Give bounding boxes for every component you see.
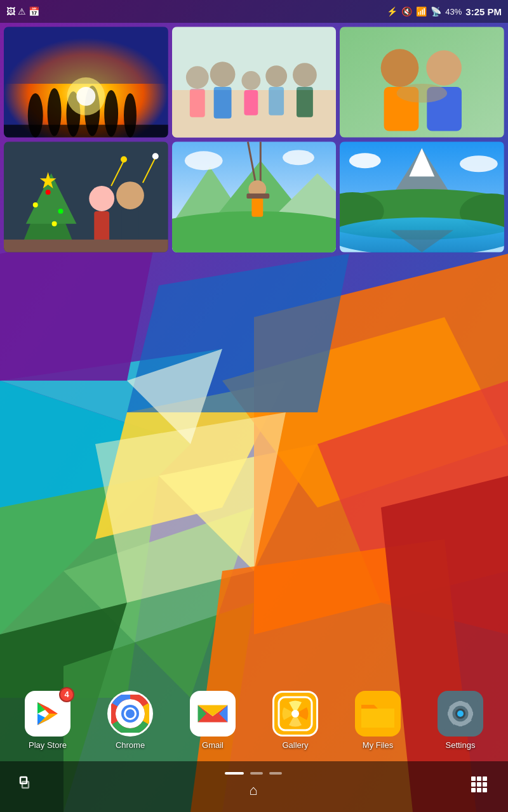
svg-rect-114 <box>483 782 487 787</box>
svg-point-43 <box>381 49 419 87</box>
svg-rect-116 <box>477 788 481 792</box>
gallery-icon <box>272 691 318 737</box>
svg-rect-40 <box>297 87 313 117</box>
dock-item-settings[interactable]: Settings <box>429 691 492 750</box>
calendar-notification-icon: 📅 <box>29 6 39 16</box>
svg-rect-32 <box>190 89 205 117</box>
svg-rect-76 <box>246 193 269 199</box>
svg-point-51 <box>33 202 38 207</box>
battery-level: 43% <box>445 7 462 16</box>
svg-rect-75 <box>251 198 263 217</box>
play-store-label: Play Store <box>29 740 67 750</box>
dock-item-play-store[interactable]: 4 Play Store <box>16 691 79 750</box>
svg-point-71 <box>172 211 337 252</box>
svg-rect-26 <box>4 125 168 138</box>
svg-point-58 <box>116 181 144 209</box>
bluetooth-icon: ⚡ <box>387 6 398 16</box>
app-drawer-button[interactable] <box>464 769 495 805</box>
svg-rect-111 <box>483 776 487 781</box>
svg-point-47 <box>397 84 448 103</box>
svg-rect-112 <box>471 782 476 787</box>
status-left: 🖼 ⚠ 📅 <box>6 6 39 16</box>
dock-item-chrome[interactable]: Chrome <box>98 691 162 750</box>
svg-point-56 <box>89 186 114 211</box>
page-dot-3 <box>269 772 282 775</box>
photo-3[interactable] <box>340 27 504 138</box>
chrome-icon <box>107 691 153 737</box>
photo-1[interactable] <box>4 27 168 138</box>
svg-point-81 <box>460 155 498 172</box>
photo-grid <box>0 23 508 256</box>
svg-rect-109 <box>471 776 476 781</box>
photo-6[interactable] <box>340 141 504 252</box>
home-button[interactable]: ⌂ <box>246 780 260 801</box>
my-files-label: My Files <box>363 740 393 750</box>
svg-point-69 <box>185 151 223 170</box>
gmail-icon <box>190 691 236 737</box>
chrome-label: Chrome <box>116 740 145 750</box>
gmail-icon-wrapper <box>190 691 236 737</box>
photo-2[interactable] <box>172 27 337 138</box>
svg-point-61 <box>121 156 127 162</box>
dock: 4 Play Store <box>0 679 508 761</box>
dock-item-my-files[interactable]: My Files <box>346 691 410 750</box>
play-store-badge: 4 <box>59 687 74 702</box>
image-notification-icon: 🖼 <box>6 6 15 16</box>
settings-icon-wrapper <box>438 691 483 737</box>
center-nav: ⌂ <box>225 772 282 801</box>
wifi-icon: 📶 <box>416 6 427 16</box>
svg-rect-108 <box>22 782 29 788</box>
signal-icon: 📡 <box>431 6 441 16</box>
my-files-icon <box>355 691 401 737</box>
svg-point-70 <box>283 150 314 165</box>
svg-rect-115 <box>471 788 476 792</box>
svg-rect-42 <box>340 27 504 137</box>
svg-rect-110 <box>477 776 481 781</box>
page-dot-1 <box>225 772 244 775</box>
dock-item-gmail[interactable]: Gmail <box>181 691 244 750</box>
mute-icon: 🔇 <box>401 6 412 16</box>
settings-icon <box>438 691 483 737</box>
svg-rect-64 <box>4 240 168 252</box>
svg-point-28 <box>76 87 95 106</box>
dock-item-gallery[interactable]: Gallery <box>264 691 327 750</box>
clock: 3:25 PM <box>465 6 502 17</box>
gallery-icon-wrapper <box>272 691 318 737</box>
photo-5[interactable] <box>172 141 337 252</box>
nav-bar: ⌂ <box>0 761 508 812</box>
page-dot-2 <box>250 772 263 775</box>
svg-rect-41 <box>172 27 337 89</box>
svg-rect-117 <box>483 788 487 792</box>
gallery-label: Gallery <box>282 740 308 750</box>
recent-apps-button[interactable] <box>13 769 43 804</box>
svg-point-101 <box>291 710 299 717</box>
svg-point-44 <box>427 50 462 86</box>
svg-point-63 <box>152 153 159 159</box>
chrome-icon-wrapper <box>107 691 153 737</box>
svg-point-80 <box>349 153 381 168</box>
status-bar: 🖼 ⚠ 📅 ⚡ 🔇 📶 📡 43% 3:25 PM <box>0 0 508 23</box>
svg-rect-113 <box>477 782 481 787</box>
svg-rect-34 <box>213 87 231 119</box>
my-files-icon-wrapper <box>355 691 401 737</box>
play-store-icon-wrapper: 4 <box>25 691 70 737</box>
gmail-label: Gmail <box>202 740 224 750</box>
warning-notification-icon: ⚠ <box>18 6 26 16</box>
svg-point-53 <box>58 209 64 214</box>
svg-rect-38 <box>269 87 284 115</box>
svg-rect-107 <box>20 777 27 783</box>
svg-rect-19 <box>4 27 168 84</box>
svg-point-54 <box>52 221 57 226</box>
svg-rect-36 <box>244 90 258 115</box>
page-indicators <box>225 772 282 775</box>
photo-4[interactable] <box>4 141 168 252</box>
settings-label: Settings <box>446 740 476 750</box>
svg-point-95 <box>126 709 135 718</box>
svg-point-106 <box>457 710 464 717</box>
status-right: ⚡ 🔇 📶 📡 43% 3:25 PM <box>387 6 502 17</box>
svg-point-52 <box>46 190 51 195</box>
